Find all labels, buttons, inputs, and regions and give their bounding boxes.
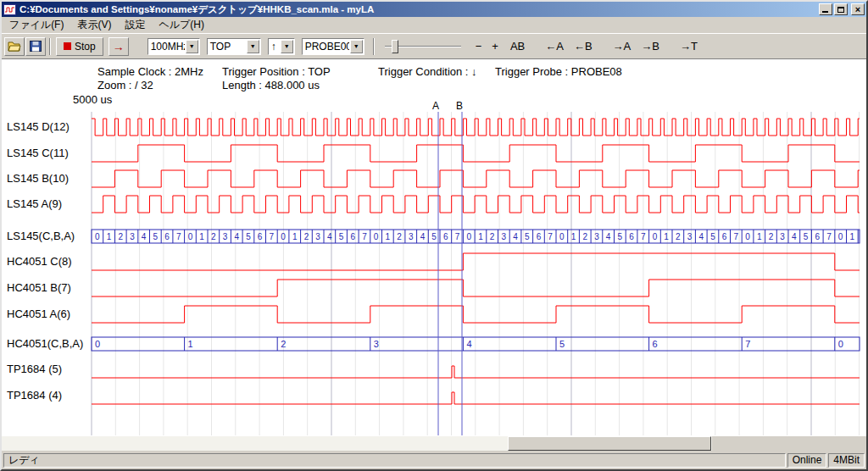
window-title: C:¥Documents and Settings¥noname¥デスクトップ¥… [19,3,817,16]
trigger-edge-combobox[interactable]: ↑ ▼ [268,38,295,55]
run-arrow-icon: → [113,40,125,53]
zoom-slider[interactable] [383,38,463,55]
bus-value: 6 [653,339,658,349]
bus-value: 4 [698,232,704,241]
bus-value: 2 [118,232,123,241]
trigger-position-combobox[interactable]: TOP ▼ [207,38,261,55]
chevron-down-icon[interactable]: ▼ [247,40,259,53]
menu-file[interactable]: ファイル(F) [3,16,70,35]
bus-value: 0 [653,232,658,241]
zoom-slider-thumb[interactable] [392,40,398,53]
bus-value: 1 [188,339,193,349]
ab-range-button[interactable]: AB [508,37,527,56]
bus-value: 7 [734,232,739,241]
stop-button[interactable]: Stop [56,37,103,56]
zoom-out-button[interactable]: − [473,37,485,56]
chevron-down-icon[interactable]: ▼ [186,40,198,53]
run-button[interactable]: → [108,37,129,56]
close-icon: × [855,5,860,14]
bus-value: 7 [270,232,275,241]
waveform-client: Sample Clock : 2MHz Trigger Position : T… [2,58,866,436]
bus-value: 5 [710,232,715,241]
menu-help[interactable]: ヘルプ(H) [152,16,211,35]
goto-cursor-b-left-button[interactable]: ←B [571,37,595,56]
save-button[interactable] [25,37,46,56]
menu-settings[interactable]: 設定 [118,16,152,35]
bus-value: 0 [188,232,193,241]
chevron-down-icon[interactable]: ▼ [350,40,363,53]
bus-value: 3 [780,232,785,241]
minimize-button[interactable] [819,3,832,15]
close-button[interactable]: × [851,3,865,15]
bus-value: 0 [374,232,379,241]
bus-value: 1 [850,232,855,241]
bus-value: 0 [559,232,565,241]
bus-value: 4 [234,232,239,241]
bus-value: 0 [95,339,100,349]
goto-cursor-b-right-button[interactable]: →B [638,37,662,56]
status-message: レディ [3,453,786,468]
bus-value: 4 [606,232,611,241]
bus-value: 6 [443,232,448,241]
bus-value: 6 [537,232,542,241]
menu-view[interactable]: 表示(V) [70,16,118,35]
status-bar: レディ Online 4MBit [2,451,866,469]
title-bar: C:¥Documents and Settings¥noname¥デスクトップ¥… [2,2,866,17]
sample-clock-combobox[interactable]: 100MHz ▼ [147,38,200,55]
bus-value: 3 [594,232,599,241]
bus-value: 2 [304,232,309,241]
zoom-in-button[interactable]: + [489,37,501,56]
bus-value: 2 [211,232,216,241]
bus-value: 1 [664,232,669,241]
toolbar-separator [373,38,375,55]
bus-value: 5 [559,339,565,349]
bus-value: 2 [397,232,402,241]
bus-value: 3 [315,232,320,241]
bus-value: 4 [513,232,518,241]
bus-value: 2 [769,232,774,241]
chevron-down-icon[interactable]: ▼ [281,40,293,53]
bus-value: 2 [281,339,286,349]
open-folder-icon [8,41,21,52]
menu-bar: ファイル(F) 表示(V) 設定 ヘルプ(H) [2,17,866,33]
status-online: Online [787,453,827,468]
stop-icon [64,42,71,50]
bus-value: 7 [176,232,181,241]
bus-value: 4 [792,232,797,241]
trigger-edge-value: ↑ [269,41,280,53]
bus-value: 3 [687,232,693,241]
bus-value: 6 [164,232,170,241]
bus-value: 1 [292,232,298,241]
waveform-plot[interactable]: 0123456701234567012345670123456701234567… [2,59,866,437]
goto-cursor-a-right-button[interactable]: →A [610,37,634,56]
open-button[interactable] [4,37,25,56]
probe-combobox[interactable]: PROBE00 ▼ [302,38,364,55]
scrollbar-area [2,436,866,451]
cursor-label-a: A [432,100,439,112]
bus-value: 0 [838,232,843,241]
toolbar-separator [49,38,51,55]
bus-value: 2 [490,232,495,241]
bus-value: 6 [629,232,634,241]
horizontal-scrollbar[interactable] [2,436,712,451]
bus-value: 6 [815,232,820,241]
app-icon [3,3,17,15]
goto-trigger-button[interactable]: →T [677,37,700,56]
minimize-icon [822,11,828,13]
bus-value: 2 [582,232,587,241]
floppy-disk-icon [30,41,42,52]
bus-value: 7 [826,232,832,241]
bus-value: 3 [130,232,135,241]
bus-value: 0 [838,339,843,349]
bus-value: 1 [107,232,112,241]
scrollbar-thumb[interactable] [508,436,711,451]
maximize-button[interactable] [834,3,848,15]
bus-value: 0 [745,232,750,241]
goto-cursor-a-left-button[interactable]: ←A [542,37,566,56]
bus-value: 4 [327,232,332,241]
trigger-position-value: TOP [208,41,246,53]
bus-value: 7 [641,232,646,241]
bus-value: 6 [350,232,355,241]
bus-value: 5 [246,232,251,241]
bus-value: 5 [339,232,344,241]
